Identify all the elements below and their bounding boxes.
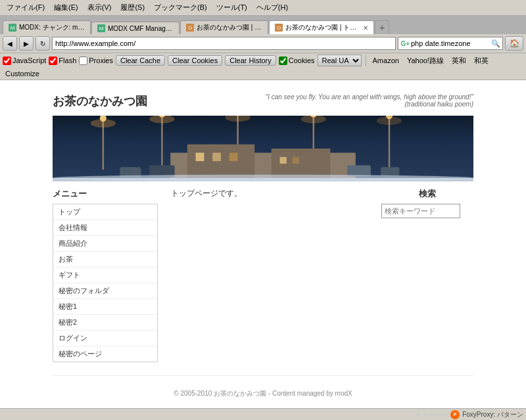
tab-label-0: MODX: チャンク: my_search bbox=[19, 23, 85, 32]
proxies-label: Proxies bbox=[89, 57, 113, 64]
flash-checkbox[interactable] bbox=[49, 57, 57, 65]
site-container: お茶のなかみつ園 "I can see you fly. You are an … bbox=[46, 80, 480, 408]
proxies-checkbox[interactable] bbox=[79, 57, 87, 65]
nav-item-secret-page[interactable]: 秘密のページ bbox=[53, 346, 157, 362]
menu-edit[interactable]: 編集(E) bbox=[50, 1, 82, 14]
search-heading: 検索 bbox=[381, 188, 473, 200]
site-subtitle-line1: "I can see you fly. You are an angel wit… bbox=[266, 93, 473, 101]
bookmark-eiwa[interactable]: 英和 bbox=[449, 55, 469, 66]
footer-text: © 2005-2010 お茶のなかみつ園 - Content managed b… bbox=[174, 390, 352, 397]
tab-favicon-3: O bbox=[275, 24, 283, 32]
cookies-checkbox[interactable] bbox=[279, 57, 287, 65]
tab-bar: M MODX: チャンク: my_search M MODX CMF Manag… bbox=[0, 16, 526, 34]
svg-point-3 bbox=[91, 119, 116, 128]
tab-favicon-2: O bbox=[186, 24, 194, 32]
nav-item-tea[interactable]: お茶 bbox=[53, 252, 157, 268]
sidebar-nav: トップ 会社情報 商品紹介 お茶 ギフト 秘密のフォルダ 秘密1 秘密2 ログイ… bbox=[53, 204, 158, 362]
tab-favicon-1: M bbox=[97, 24, 105, 32]
bookmark-yahoo[interactable]: Yahoo!路線 bbox=[404, 55, 446, 66]
star-1: ★ bbox=[416, 411, 421, 418]
tab-3[interactable]: O お茶のなかみつ園 | トップ ✕ bbox=[269, 20, 374, 34]
toolbar: JavaScript Flash Proxies Clear Cache Cle… bbox=[0, 53, 526, 80]
site-subtitle-line2: (traditional haiku poem) bbox=[266, 101, 473, 108]
tab-label-1: MODX CMF Manager Login bbox=[108, 25, 174, 32]
site-title: お茶のなかみつ園 bbox=[53, 93, 147, 109]
home-button[interactable]: 🏠 bbox=[505, 36, 523, 51]
back-button[interactable]: ◀ bbox=[3, 36, 17, 51]
svg-rect-27 bbox=[381, 167, 399, 176]
nav-item-secret2[interactable]: 秘密2 bbox=[53, 315, 157, 331]
tab-2[interactable]: O お茶のなかみつ園 | ログイン bbox=[180, 20, 268, 34]
nav-item-products[interactable]: 商品紹介 bbox=[53, 236, 157, 252]
menu-help[interactable]: ヘルプ(H) bbox=[252, 1, 292, 14]
status-right: ★ ★ ★ ★ ★ F FoxyProxy: パターン bbox=[416, 410, 523, 419]
cookies-label: Cookies bbox=[289, 57, 315, 64]
nav-item-secret-folder[interactable]: 秘密のフォルダ bbox=[53, 283, 157, 299]
page-inner: お茶のなかみつ園 "I can see you fly. You are an … bbox=[0, 80, 526, 408]
menu-bar: ファイル(F) 編集(E) 表示(V) 履歴(S) ブックマーク(B) ツール(… bbox=[0, 0, 526, 16]
menu-file[interactable]: ファイル(F) bbox=[3, 1, 49, 14]
flash-toggle[interactable]: Flash bbox=[49, 57, 76, 65]
forward-button[interactable]: ▶ bbox=[19, 36, 34, 51]
content-area: トップページです。 bbox=[171, 188, 368, 362]
hero-svg bbox=[53, 116, 473, 181]
bookmark-amazon[interactable]: Amazon bbox=[370, 56, 402, 65]
star-2: ★ bbox=[422, 411, 428, 418]
tab-label-3: お茶のなかみつ園 | トップ bbox=[285, 23, 358, 32]
tab-0[interactable]: M MODX: チャンク: my_search bbox=[3, 20, 91, 34]
search-bar: G+ 🔍 bbox=[398, 37, 503, 50]
star-rating: ★ ★ ★ ★ ★ bbox=[416, 411, 448, 418]
svg-rect-23 bbox=[293, 157, 299, 164]
nav-item-login[interactable]: ログイン bbox=[53, 331, 157, 346]
nav-item-gift[interactable]: ギフト bbox=[53, 268, 157, 283]
clear-history-button[interactable]: Clear History bbox=[225, 55, 276, 66]
address-bar[interactable] bbox=[52, 37, 396, 50]
svg-rect-22 bbox=[280, 157, 287, 164]
site-header: お茶のなかみつ園 "I can see you fly. You are an … bbox=[53, 87, 473, 116]
nav-item-secret1[interactable]: 秘密1 bbox=[53, 299, 157, 315]
site-subtitle-area: "I can see you fly. You are an angel wit… bbox=[266, 93, 473, 108]
tab-close-3[interactable]: ✕ bbox=[363, 24, 368, 32]
page-content: お茶のなかみつ園 "I can see you fly. You are an … bbox=[0, 80, 526, 408]
star-5: ★ bbox=[442, 411, 448, 418]
search-input[interactable] bbox=[411, 39, 490, 47]
toolbar-divider bbox=[366, 55, 366, 66]
search-submit-icon[interactable]: 🔍 bbox=[491, 39, 500, 48]
javascript-toggle[interactable]: JavaScript bbox=[3, 57, 46, 65]
main-area: メニュー トップ 会社情報 商品紹介 お茶 ギフト 秘密のフォルダ 秘密1 秘密… bbox=[53, 188, 473, 362]
tab-1[interactable]: M MODX CMF Manager Login bbox=[91, 22, 179, 34]
bookmark-waei[interactable]: 和英 bbox=[471, 55, 491, 66]
search-keyword-input[interactable] bbox=[381, 204, 460, 218]
flash-label: Flash bbox=[59, 57, 76, 64]
svg-point-15 bbox=[377, 116, 402, 125]
hero-image bbox=[53, 116, 473, 181]
right-area: 検索 bbox=[381, 188, 473, 362]
menu-bookmarks[interactable]: ブックマーク(B) bbox=[150, 1, 211, 14]
status-bar: ★ ★ ★ ★ ★ F FoxyProxy: パターン bbox=[0, 408, 526, 420]
tab-label-2: お茶のなかみつ園 | ログイン bbox=[197, 23, 262, 32]
nav-item-company[interactable]: 会社情報 bbox=[53, 220, 157, 236]
search-area: 検索 bbox=[381, 188, 473, 218]
refresh-button[interactable]: ↻ bbox=[36, 36, 50, 51]
star-4: ★ bbox=[435, 411, 441, 418]
menu-view[interactable]: 表示(V) bbox=[84, 1, 116, 14]
svg-rect-20 bbox=[212, 152, 221, 161]
sidebar-menu-heading: メニュー bbox=[53, 188, 158, 200]
site-hero bbox=[53, 116, 473, 181]
svg-rect-21 bbox=[229, 152, 238, 161]
javascript-checkbox[interactable] bbox=[3, 57, 11, 65]
browser-window: ファイル(F) 編集(E) 表示(V) 履歴(S) ブックマーク(B) ツール(… bbox=[0, 0, 526, 420]
nav-bar: ◀ ▶ ↻ G+ 🔍 🏠 bbox=[0, 34, 526, 53]
cookies-toggle[interactable]: Cookies bbox=[279, 57, 315, 65]
clear-cache-button[interactable]: Clear Cache bbox=[116, 55, 165, 66]
ua-selector[interactable]: Real UA bbox=[318, 55, 362, 66]
svg-point-29 bbox=[53, 175, 473, 181]
menu-history[interactable]: 履歴(S) bbox=[116, 1, 149, 14]
menu-tools[interactable]: ツール(T) bbox=[212, 1, 251, 14]
new-tab-button[interactable]: + bbox=[375, 20, 389, 34]
foxyproxy-label: FoxyProxy: パターン bbox=[462, 410, 523, 419]
nav-item-top[interactable]: トップ bbox=[53, 204, 157, 220]
clear-cookies-button[interactable]: Clear Cookies bbox=[168, 55, 222, 66]
bookmark-customize[interactable]: Customize bbox=[3, 69, 42, 78]
proxies-toggle[interactable]: Proxies bbox=[79, 57, 113, 65]
